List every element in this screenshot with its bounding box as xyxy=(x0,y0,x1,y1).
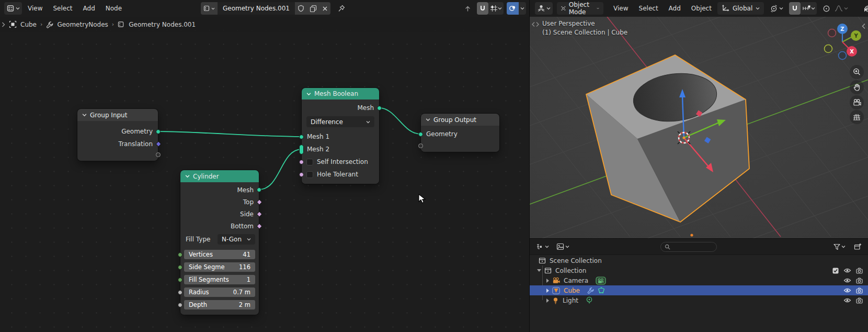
socket-depth-input[interactable] xyxy=(178,303,182,307)
outliner-row-collection[interactable]: Collection xyxy=(530,265,868,275)
eye-icon[interactable] xyxy=(843,287,851,293)
socket-mesh-output[interactable] xyxy=(257,187,261,192)
menu-add[interactable]: Add xyxy=(664,3,686,14)
fill-segments-field[interactable]: Fill Segments 1 xyxy=(184,275,255,284)
navigation-gizmo[interactable]: Z Y X xyxy=(824,22,865,62)
node-group-output[interactable]: Group Output Geometry xyxy=(421,114,499,152)
outliner-row-cube[interactable]: Cube xyxy=(530,285,868,295)
filter-display-dropdown[interactable] xyxy=(554,240,572,253)
node-header[interactable]: Cylinder xyxy=(180,170,259,182)
proportional-editing-toggle[interactable] xyxy=(820,2,832,15)
socket-side-segments-input[interactable] xyxy=(178,265,182,270)
snap-target-dropdown[interactable] xyxy=(801,2,817,15)
breadcrumb-node-group[interactable]: Geometry Nodes.001 xyxy=(129,21,196,28)
snap-toggle-button[interactable] xyxy=(477,2,488,15)
new-collection-button[interactable] xyxy=(852,240,864,253)
cube-object[interactable] xyxy=(586,55,749,222)
render-camera-icon[interactable] xyxy=(856,287,863,294)
orthographic-toggle-button[interactable] xyxy=(850,110,864,124)
menu-view[interactable]: View xyxy=(609,3,633,14)
outliner-search[interactable] xyxy=(660,242,717,252)
socket-translation-output[interactable] xyxy=(155,141,161,147)
self-intersection-checkbox[interactable] xyxy=(306,159,313,165)
menu-view[interactable]: View xyxy=(23,3,47,14)
browse-node-group-button[interactable] xyxy=(201,2,218,15)
pivot-point-dropdown[interactable] xyxy=(768,2,785,15)
zoom-button[interactable] xyxy=(850,65,864,79)
light-origin-dot[interactable] xyxy=(690,234,693,236)
disclosure-triangle[interactable] xyxy=(546,289,549,293)
node-group-input[interactable]: Group Input Geometry Translation xyxy=(77,109,158,161)
area-corner-widget[interactable] xyxy=(531,21,540,27)
pin-button[interactable] xyxy=(336,2,347,15)
render-camera-icon[interactable] xyxy=(856,297,863,304)
node-canvas[interactable]: Group Input Geometry Translation Mesh Bo… xyxy=(0,17,529,332)
socket-fill-segments-input[interactable] xyxy=(178,278,182,282)
socket-vertices-input[interactable] xyxy=(178,252,182,257)
eye-icon[interactable] xyxy=(843,278,851,283)
socket-mesh-output[interactable] xyxy=(377,106,382,110)
socket-mesh2-multi-input[interactable] xyxy=(299,145,304,154)
viewport-3d[interactable]: User Perspective (1) Scene Collection | … xyxy=(530,17,868,238)
depth-field[interactable]: Depth 2 m xyxy=(184,300,255,309)
socket-virtual-input[interactable] xyxy=(418,143,423,148)
show-gizmo-toggle[interactable] xyxy=(861,2,868,15)
snap-toggle-button[interactable] xyxy=(789,2,801,15)
editor-type-button[interactable] xyxy=(4,2,22,15)
render-camera-icon[interactable] xyxy=(856,268,863,274)
socket-top-output[interactable] xyxy=(256,199,262,205)
pan-button[interactable] xyxy=(850,80,864,94)
vertices-field[interactable]: Vertices 41 xyxy=(184,250,255,259)
eye-icon[interactable] xyxy=(843,297,851,303)
snap-target-dropdown[interactable] xyxy=(488,2,504,15)
fill-type-dropdown[interactable]: N-Gon xyxy=(218,234,255,245)
proportional-falloff-dropdown[interactable] xyxy=(832,2,850,15)
node-mesh-boolean[interactable]: Mesh Boolean Mesh Difference Mesh 1 Mesh… xyxy=(302,88,379,184)
breadcrumb-modifier[interactable]: GeometryNodes xyxy=(57,21,108,28)
filter-dropdown[interactable] xyxy=(831,240,848,253)
socket-side-output[interactable] xyxy=(256,211,262,217)
menu-add[interactable]: Add xyxy=(78,3,100,14)
node-header[interactable]: Group Input xyxy=(77,109,158,121)
outliner-row-scene-collection[interactable]: Scene Collection xyxy=(530,256,868,265)
disclosure-triangle[interactable] xyxy=(546,279,549,283)
menu-select[interactable]: Select xyxy=(634,3,663,14)
breadcrumb-object[interactable]: Cube xyxy=(20,21,37,28)
node-cylinder[interactable]: Cylinder Mesh Top Side Bottom xyxy=(180,170,259,315)
mode-dropdown[interactable]: Object Mode xyxy=(557,2,603,15)
socket-bottom-output[interactable] xyxy=(256,223,262,229)
menu-object[interactable]: Object xyxy=(687,3,716,14)
menu-select[interactable]: Select xyxy=(48,3,77,14)
overlays-dropdown[interactable] xyxy=(519,2,526,15)
axis-neg-y-ball[interactable] xyxy=(825,45,832,53)
axis-neg-x-ball[interactable] xyxy=(828,29,836,37)
display-mode-dropdown[interactable] xyxy=(534,240,551,253)
show-overlays-toggle[interactable] xyxy=(507,2,519,15)
socket-geometry-output[interactable] xyxy=(156,129,161,134)
socket-self-intersection-input[interactable] xyxy=(299,160,304,164)
outliner-row-light[interactable]: Light xyxy=(530,295,868,305)
node-group-name-field[interactable]: Geometry Nodes.001 xyxy=(218,2,295,15)
unlink-node-group-button[interactable] xyxy=(319,2,330,15)
menu-node[interactable]: Node xyxy=(101,3,127,14)
hole-tolerant-checkbox[interactable] xyxy=(306,171,313,178)
socket-mesh1-input[interactable] xyxy=(299,135,304,139)
render-camera-icon[interactable] xyxy=(856,278,863,284)
go-to-parent-tree-button[interactable] xyxy=(462,2,474,15)
radius-field[interactable]: Radius 0.7 m xyxy=(184,287,255,297)
node-header[interactable]: Mesh Boolean xyxy=(302,88,379,99)
checkbox-checked-icon[interactable] xyxy=(832,268,839,274)
socket-hole-tolerant-input[interactable] xyxy=(299,172,304,177)
socket-geometry-input[interactable] xyxy=(418,132,423,137)
eye-icon[interactable] xyxy=(843,268,851,273)
transform-orientation-dropdown[interactable]: Global xyxy=(717,2,764,15)
node-header[interactable]: Group Output xyxy=(421,114,499,126)
new-node-group-button[interactable] xyxy=(307,2,319,15)
camera-view-button[interactable] xyxy=(850,95,864,109)
fake-user-button[interactable] xyxy=(295,2,307,15)
boolean-operation-dropdown[interactable]: Difference xyxy=(306,116,374,127)
editor-type-button[interactable] xyxy=(535,2,553,15)
socket-virtual-output[interactable] xyxy=(156,152,161,157)
side-segments-field[interactable]: Side Segme 116 xyxy=(184,262,255,272)
axis-neg-z-ball[interactable] xyxy=(839,52,847,60)
